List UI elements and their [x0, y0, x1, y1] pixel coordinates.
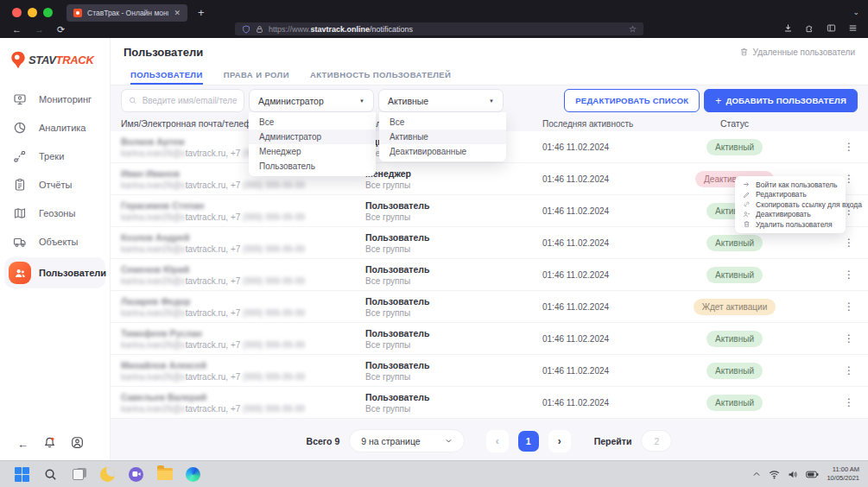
- edge-browser-icon[interactable]: [185, 466, 201, 483]
- role-option[interactable]: Администратор: [249, 130, 376, 144]
- bookmark-star-icon[interactable]: ☆: [629, 24, 637, 34]
- sidebar-item-users[interactable]: Пользователи: [4, 257, 105, 288]
- menu-hamburger-icon[interactable]: [848, 23, 858, 33]
- user-role: Пользователь: [365, 296, 542, 307]
- browser-chrome: СтавТрак - Онлайн мониторин ✕ + ⌄ ← → ⟳ …: [0, 0, 868, 38]
- add-user-button[interactable]: + ДОБАВИТЬ ПОЛЬЗОВАТЕЛЯ: [704, 89, 858, 112]
- sidebar-item-label: Аналитика: [39, 123, 86, 133]
- role-option[interactable]: Все: [249, 115, 376, 130]
- row-menu-kebab-icon[interactable]: ⋮: [844, 396, 854, 408]
- status-select[interactable]: Активные ▼: [378, 89, 504, 112]
- menu-item-deactivate[interactable]: Деактивировать: [735, 210, 846, 220]
- menu-item-delete-user[interactable]: Удалить пользователя: [735, 219, 846, 230]
- taskbar-apps: [14, 466, 201, 483]
- user-role: Менеджер: [365, 168, 542, 179]
- row-menu-kebab-icon[interactable]: ⋮: [844, 332, 854, 345]
- sidebar-item-monitoring[interactable]: Мониторинг: [0, 85, 110, 113]
- status-option[interactable]: Активные: [379, 130, 506, 144]
- video-meet-app-icon[interactable]: [128, 466, 144, 483]
- task-view-icon[interactable]: [71, 466, 87, 483]
- screen: СтавТрак - Онлайн мониторин ✕ + ⌄ ← → ⟳ …: [0, 0, 868, 487]
- last-activity: 01:46 11.02.2024: [542, 302, 668, 312]
- analytics-icon: [9, 117, 31, 139]
- tab-close-icon[interactable]: ✕: [174, 9, 181, 17]
- user-role: Пользователь: [365, 392, 542, 402]
- start-button-icon[interactable]: [14, 466, 30, 483]
- menu-item-login-as-user[interactable]: Войти как пользователь: [735, 180, 846, 190]
- battery-icon[interactable]: [806, 471, 819, 478]
- profile-icon[interactable]: [71, 436, 84, 452]
- current-page-button[interactable]: 1: [518, 431, 539, 452]
- deleted-users-link[interactable]: Удаленные пользователи: [739, 47, 855, 57]
- edit-list-button[interactable]: РЕДАКТИРОВАТЬ СПИСОК: [564, 89, 700, 112]
- role-dropdown-panel: Все Администратор Менеджер Пользователь: [249, 112, 376, 176]
- new-tab-button[interactable]: +: [198, 6, 205, 19]
- close-window-button[interactable]: [12, 8, 22, 17]
- role-option[interactable]: Пользователь: [249, 159, 376, 174]
- sidebar-item-label: Геозоны: [39, 208, 75, 218]
- total-count: Всего 9: [307, 436, 340, 446]
- row-menu-kebab-icon[interactable]: ⋮: [844, 141, 854, 153]
- prev-page-button[interactable]: ‹: [486, 430, 509, 452]
- file-explorer-icon[interactable]: [156, 466, 173, 483]
- sidebar-item-geozones[interactable]: Геозоны: [0, 199, 110, 227]
- wifi-icon[interactable]: [769, 470, 780, 479]
- taskbar-search-icon[interactable]: [42, 466, 59, 483]
- maximize-window-button[interactable]: [43, 8, 53, 17]
- search-input[interactable]: [143, 96, 237, 105]
- tab-users[interactable]: ПОЛЬЗОВАТЕЛИ: [130, 66, 203, 85]
- clock-date: 10/05/2021: [827, 474, 859, 483]
- collapse-sidebar-icon[interactable]: ←: [17, 438, 29, 451]
- toolbar-icons: [783, 23, 858, 33]
- status-dropdown-panel: Все Активные Деактивированные: [379, 112, 506, 161]
- status-option[interactable]: Все: [379, 115, 506, 130]
- user-name: Михайлов Алексей: [121, 360, 365, 370]
- extensions-icon[interactable]: [805, 23, 814, 33]
- goto-page-input[interactable]: [641, 430, 672, 452]
- app-window: STAVTRACK Мониторинг Аналитика Треки От: [0, 38, 868, 460]
- notifications-bell-icon[interactable]: [43, 436, 56, 452]
- user-role: Пользователь: [365, 328, 542, 338]
- role-select[interactable]: Администратор ▼: [249, 89, 374, 112]
- list-tabs-chevron-icon[interactable]: ⌄: [852, 8, 859, 16]
- sidebar: STAVTRACK Мониторинг Аналитика Треки От: [0, 38, 111, 460]
- downloads-icon[interactable]: [783, 23, 793, 33]
- pencil-icon: [743, 191, 751, 199]
- sidebar-item-reports[interactable]: Отчёты: [0, 170, 110, 199]
- browser-tabstrip: СтавТрак - Онлайн мониторин ✕ + ⌄: [0, 0, 868, 22]
- menu-item-copy-login-link[interactable]: Скопировать ссылку для входа: [735, 199, 846, 210]
- row-menu-kebab-icon[interactable]: ⋮: [844, 364, 854, 376]
- forward-icon[interactable]: →: [35, 23, 44, 35]
- sidebar-item-objects[interactable]: Объекты: [0, 227, 110, 256]
- row-menu-kebab-icon[interactable]: ⋮: [844, 269, 854, 281]
- role-option[interactable]: Менеджер: [249, 144, 376, 159]
- reload-icon[interactable]: ⟳: [57, 23, 65, 35]
- minimize-window-button[interactable]: [28, 8, 37, 17]
- user-contact: karina.ivan26@stavtrack.ru, +7 (999) 999…: [121, 404, 365, 414]
- tab-user-activity[interactable]: АКТИВНОСТЬ ПОЛЬЗОВАТЕЛЕЙ: [310, 66, 451, 85]
- user-contact: karina.ivan26@stavtrack.ru, +7 (999) 999…: [121, 340, 365, 350]
- tray-chevron-up-icon[interactable]: [752, 471, 761, 478]
- url-bar[interactable]: https://www.stavtrack.online/notificatio…: [235, 22, 643, 35]
- taskbar-clock[interactable]: 11:00 AM 10/05/2021: [827, 465, 859, 483]
- volume-icon[interactable]: [788, 470, 798, 479]
- header-buttons: РЕДАКТИРОВАТЬ СПИСОК + ДОБАВИТЬ ПОЛЬЗОВА…: [564, 89, 858, 112]
- row-menu-kebab-icon[interactable]: ⋮: [844, 237, 854, 249]
- next-page-button[interactable]: ›: [548, 430, 571, 452]
- sidebar-toggle-icon[interactable]: [827, 23, 836, 33]
- browser-tab[interactable]: СтавТрак - Онлайн мониторин ✕: [67, 4, 187, 22]
- sidebar-item-analytics[interactable]: Аналитика: [0, 113, 110, 142]
- sidebar-item-tracks[interactable]: Треки: [0, 142, 110, 170]
- status-option[interactable]: Деактивированные: [379, 144, 506, 159]
- status-badge: Активный: [706, 267, 763, 283]
- tab-rights-roles[interactable]: ПРАВА И РОЛИ: [224, 66, 289, 85]
- user-name: Козлов Андрей: [121, 232, 365, 243]
- menu-item-edit[interactable]: Редактировать: [735, 190, 846, 200]
- moon-app-icon[interactable]: [99, 466, 116, 483]
- row-menu-kebab-icon[interactable]: ⋮: [844, 300, 854, 313]
- site-favicon: [73, 9, 82, 17]
- table-row: Савельев Валерий karina.ivan26@stavtrack…: [111, 387, 868, 419]
- per-page-select[interactable]: 9 на странице: [349, 429, 464, 452]
- search-field[interactable]: [121, 89, 244, 112]
- back-icon[interactable]: ←: [12, 23, 22, 35]
